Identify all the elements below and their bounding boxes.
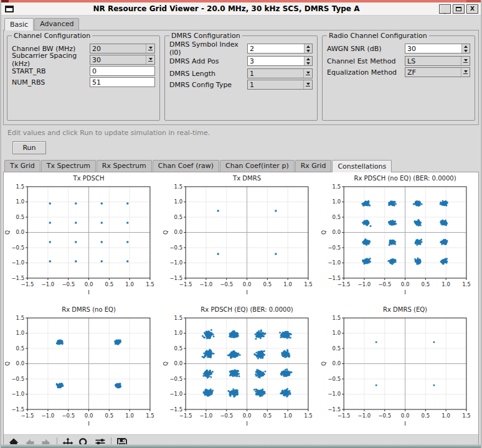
svg-text:I: I: [88, 421, 90, 427]
close-icon: X: [470, 6, 475, 12]
tab-constellations[interactable]: Constellations: [332, 160, 392, 172]
svg-text:0.5: 0.5: [263, 413, 272, 419]
spin-up-icon[interactable]: [462, 44, 470, 49]
svg-text:−1.5: −1.5: [21, 413, 34, 419]
svg-text:0.0: 0.0: [16, 360, 25, 366]
svg-text:1.5: 1.5: [333, 315, 341, 321]
field-awgn-snr: AWGN SNR (dB) 30: [327, 44, 470, 54]
field-dmrs-symbol-index: DMRS Symbol Index (l0) 2: [169, 44, 313, 54]
svg-text:−1.5: −1.5: [169, 406, 182, 413]
spin-up-icon[interactable]: [305, 44, 312, 49]
svg-text:−0.5: −0.5: [169, 245, 182, 251]
num-rbs-input[interactable]: [90, 77, 155, 87]
field-label: DMRS Config Type: [169, 81, 247, 89]
svg-text:−0.5: −0.5: [378, 413, 391, 419]
svg-text:I: I: [246, 421, 248, 427]
start-rb-input[interactable]: [90, 66, 155, 76]
chevron-down-icon[interactable]: [461, 57, 470, 65]
field-label: DMRS Length: [169, 70, 247, 78]
svg-text:0.5: 0.5: [16, 214, 25, 220]
svg-text:−1.0: −1.0: [169, 391, 182, 397]
spin-down-icon[interactable]: [305, 61, 312, 65]
svg-text:1.5: 1.5: [174, 315, 183, 321]
svg-text:0.0: 0.0: [401, 281, 410, 287]
tab-advanced[interactable]: Advanced: [34, 18, 79, 30]
plot-tx-dmrs: −1.5−1.5−1.0−1.0−0.5−0.50.00.00.50.51.01…: [162, 172, 320, 303]
tab-basic[interactable]: Basic: [4, 18, 34, 30]
svg-text:−0.5: −0.5: [328, 376, 341, 382]
tab-chan-coef-raw[interactable]: Chan Coef (raw): [153, 160, 219, 172]
dmrs-add-pos-spinbox[interactable]: 3: [247, 56, 313, 66]
svg-text:1.0: 1.0: [174, 330, 183, 336]
channel-est-method-combobox[interactable]: LS: [405, 56, 470, 66]
plot-rx-pdsch-eq: −1.5−1.5−1.0−1.0−0.5−0.50.00.00.50.51.01…: [162, 304, 320, 434]
spin-down-icon[interactable]: [462, 49, 470, 53]
dmrs-length-combobox[interactable]: 1: [247, 68, 313, 78]
field-dmrs-config-type: DMRS Config Type 1: [169, 80, 313, 90]
field-dmrs-length: DMRS Length 1: [169, 68, 313, 78]
dmrs-symbol-index-spinbox[interactable]: 2: [247, 44, 313, 54]
equalization-method-combobox[interactable]: ZF: [405, 67, 470, 77]
title-bar[interactable]: NR Resource Grid Viewer - 20.0 MHz, 30 k…: [1, 2, 481, 16]
close-button[interactable]: X: [466, 4, 478, 14]
tab-rx-spectrum[interactable]: Rx Spectrum: [97, 160, 152, 172]
svg-text:Q: Q: [4, 361, 11, 365]
plot-rx-dmrs-no-eq: −1.5−1.5−1.0−1.0−0.5−0.50.00.00.50.51.01…: [4, 304, 162, 434]
chevron-down-icon[interactable]: [146, 44, 154, 53]
run-button[interactable]: Run: [12, 141, 46, 154]
svg-text:1.5: 1.5: [146, 281, 154, 287]
svg-text:−1.5: −1.5: [179, 413, 192, 419]
field-label: DMRS Add Pos: [169, 57, 247, 65]
maximize-icon: [456, 7, 461, 11]
svg-text:0.5: 0.5: [105, 281, 114, 287]
svg-text:0.0: 0.0: [174, 360, 183, 366]
field-label: Equalization Method: [327, 68, 405, 77]
chevron-down-icon[interactable]: [146, 55, 154, 64]
chevron-down-icon[interactable]: [461, 68, 470, 77]
tab-rx-grid[interactable]: Rx Grid: [295, 160, 332, 172]
svg-text:−1.5: −1.5: [328, 406, 341, 413]
svg-text:1.0: 1.0: [283, 281, 292, 287]
field-dmrs-add-pos: DMRS Add Pos 3: [169, 56, 313, 66]
tab-tx-grid[interactable]: Tx Grid: [4, 160, 40, 172]
tab-tx-spectrum[interactable]: Tx Spectrum: [41, 160, 96, 172]
svg-text:0.5: 0.5: [105, 413, 114, 419]
channel-configuration-group: Channel Configuration Channel BW (MHz) 2…: [7, 35, 160, 121]
maximize-button[interactable]: [453, 4, 465, 14]
svg-text:0.5: 0.5: [333, 214, 341, 220]
svg-text:Rx PDSCH (EQ) (BER: 0.0000): Rx PDSCH (EQ) (BER: 0.0000): [201, 306, 293, 313]
minimize-button[interactable]: _: [439, 4, 451, 14]
svg-text:I: I: [404, 421, 406, 427]
dmrs-config-type-combobox[interactable]: 1: [247, 80, 313, 90]
svg-text:0.0: 0.0: [243, 413, 252, 419]
window-bottom-border: [1, 444, 481, 448]
svg-text:1.0: 1.0: [333, 199, 341, 205]
awgn-snr-spinbox[interactable]: 30: [405, 44, 470, 54]
svg-text:0.5: 0.5: [422, 281, 430, 287]
field-label: AWGN SNR (dB): [327, 45, 405, 53]
spin-up-icon[interactable]: [305, 57, 312, 61]
svg-text:−1.0: −1.0: [200, 413, 213, 419]
chevron-down-icon[interactable]: [303, 69, 312, 78]
plot-tab-bar: Tx Grid Tx Spectrum Rx Spectrum Chan Coe…: [1, 158, 481, 172]
plot-rx-pdsch-no-eq: −1.5−1.5−1.0−1.0−0.5−0.50.00.00.50.51.01…: [320, 172, 478, 303]
svg-text:0.5: 0.5: [263, 281, 272, 287]
svg-text:1.0: 1.0: [125, 281, 134, 287]
field-label: Subcarrier Spacing (kHz): [12, 52, 90, 68]
svg-text:−1.5: −1.5: [169, 275, 182, 281]
svg-text:Rx DMRS (EQ): Rx DMRS (EQ): [383, 306, 427, 313]
svg-text:0.0: 0.0: [16, 230, 25, 236]
minimize-icon: _: [443, 8, 447, 14]
svg-text:Q: Q: [321, 230, 327, 235]
chevron-down-icon[interactable]: [303, 80, 312, 89]
subcarrier-spacing-combobox[interactable]: 30: [90, 55, 155, 65]
config-panel: Channel Configuration Channel BW (MHz) 2…: [3, 30, 479, 125]
svg-text:−1.5: −1.5: [338, 413, 351, 419]
app-window: NR Resource Grid Viewer - 20.0 MHz, 30 k…: [0, 0, 482, 448]
channel-bw-combobox[interactable]: 20: [90, 44, 155, 54]
svg-text:−1.0: −1.0: [42, 281, 55, 287]
tab-chan-coef-interp[interactable]: Chan Coef(inter p): [220, 160, 295, 172]
config-tab-bar: Basic Advanced: [1, 16, 481, 30]
svg-text:0.0: 0.0: [401, 413, 410, 419]
spin-down-icon[interactable]: [305, 49, 312, 53]
